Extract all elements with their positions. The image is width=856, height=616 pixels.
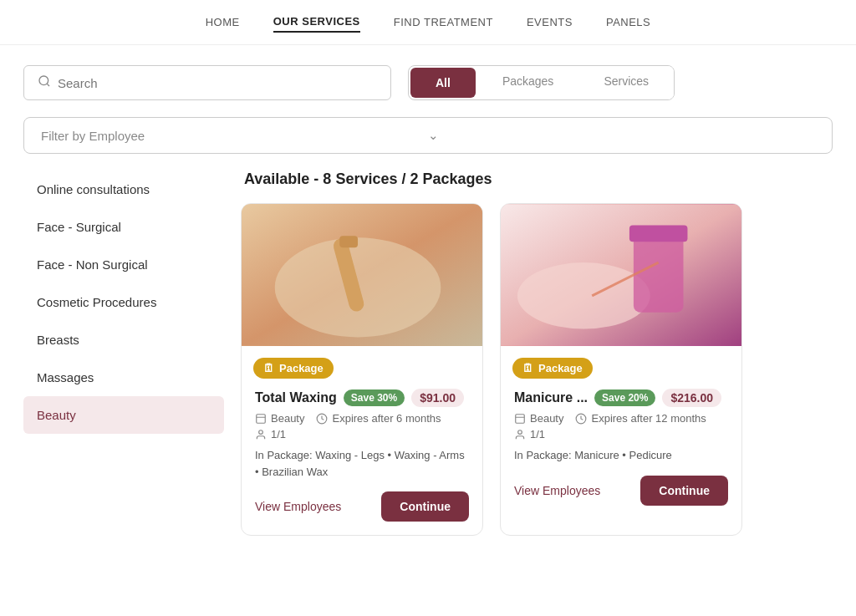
svg-rect-6 <box>257 414 266 423</box>
card-image-total-waxing <box>242 204 482 346</box>
expires-meta-manicure: Expires after 12 months <box>575 412 706 425</box>
search-icon <box>38 74 51 91</box>
nav-item-our-services[interactable]: OUR SERVICES <box>273 15 360 33</box>
package-icon-manicure: 🗓 <box>522 362 533 374</box>
expires-meta-total-waxing: Expires after 6 months <box>316 412 441 425</box>
svg-rect-13 <box>629 225 688 242</box>
package-badge-total-waxing: 🗓 Package <box>253 358 334 379</box>
persons-meta-total-waxing: 1/1 <box>255 428 286 440</box>
sidebar-item-cosmetic-procedures[interactable]: Cosmetic Procedures <box>23 283 224 321</box>
card-image-manicure <box>501 204 741 346</box>
package-label-manicure: Package <box>538 362 583 374</box>
sidebar-item-breasts[interactable]: Breasts <box>23 321 224 359</box>
in-package-manicure: In Package: Manicure • Pedicure <box>514 447 728 464</box>
services-heading: Available - 8 Services / 2 Packages <box>241 171 833 188</box>
card-actions-total-waxing: View Employees Continue <box>255 491 469 522</box>
sidebar-item-face-surgical[interactable]: Face - Surgical <box>23 208 224 246</box>
category-meta-total-waxing: Beauty <box>255 412 304 425</box>
sidebar-item-face-non-surgical[interactable]: Face - Non Surgical <box>23 246 224 283</box>
employee-filter-placeholder: Filter by Employee <box>41 129 428 143</box>
save-badge-manicure: Save 20% <box>594 389 655 406</box>
card-title-total-waxing: Total Waxing <box>255 390 337 405</box>
view-employees-button-manicure[interactable]: View Employees <box>514 484 600 497</box>
filter-tabs: AllPackagesServices <box>408 65 675 100</box>
svg-line-1 <box>47 84 49 86</box>
package-label-total-waxing: Package <box>279 362 324 374</box>
svg-point-9 <box>259 430 263 434</box>
nav-item-events[interactable]: EVENTS <box>527 16 573 32</box>
continue-button-total-waxing[interactable]: Continue <box>381 491 469 522</box>
nav-item-home[interactable]: HOME <box>206 16 240 32</box>
svg-point-11 <box>517 262 650 328</box>
nav-item-panels[interactable]: PANELS <box>606 16 650 32</box>
package-badge-manicure: 🗓 Package <box>512 358 593 379</box>
svg-point-18 <box>518 430 522 434</box>
service-card-manicure: 🗓 Package Manicure ... Save 20% $216.00 … <box>500 203 742 536</box>
sidebar-item-online-consultations[interactable]: Online consultations <box>23 171 224 208</box>
svg-rect-15 <box>516 414 525 423</box>
sidebar-item-beauty[interactable]: Beauty <box>23 396 224 434</box>
chevron-down-icon: ⌄ <box>428 128 815 143</box>
filter-tab-services[interactable]: Services <box>578 66 674 99</box>
service-card-total-waxing: 🗓 Package Total Waxing Save 30% $91.00 B… <box>241 203 483 536</box>
in-package-total-waxing: In Package: Waxing - Legs • Waxing - Arm… <box>255 447 469 480</box>
filter-tab-packages[interactable]: Packages <box>477 66 578 99</box>
service-cards: 🗓 Package Total Waxing Save 30% $91.00 B… <box>241 203 833 536</box>
filter-tab-all[interactable]: All <box>410 68 476 98</box>
price-badge-manicure: $216.00 <box>662 389 721 407</box>
nav-item-find-treatment[interactable]: FIND TREATMENT <box>394 16 493 32</box>
svg-point-0 <box>39 76 48 85</box>
view-employees-button-total-waxing[interactable]: View Employees <box>255 500 341 513</box>
sidebar-item-massages[interactable]: Massages <box>23 359 224 396</box>
search-input[interactable] <box>58 76 377 90</box>
search-box <box>23 65 391 100</box>
category-meta-manicure: Beauty <box>514 412 563 425</box>
employee-filter[interactable]: Filter by Employee ⌄ <box>23 117 833 154</box>
category-sidebar: Online consultationsFace - SurgicalFace … <box>23 171 224 536</box>
card-actions-manicure: View Employees Continue <box>514 476 728 506</box>
svg-rect-5 <box>339 236 358 247</box>
continue-button-manicure[interactable]: Continue <box>640 476 728 506</box>
main-nav: HOMEOUR SERVICESFIND TREATMENTEVENTSPANE… <box>0 0 856 45</box>
package-icon-total-waxing: 🗓 <box>263 362 274 374</box>
persons-meta-manicure: 1/1 <box>514 428 545 440</box>
price-badge-total-waxing: $91.00 <box>411 389 464 407</box>
save-badge-total-waxing: Save 30% <box>344 389 405 406</box>
card-title-manicure: Manicure ... <box>514 390 588 405</box>
